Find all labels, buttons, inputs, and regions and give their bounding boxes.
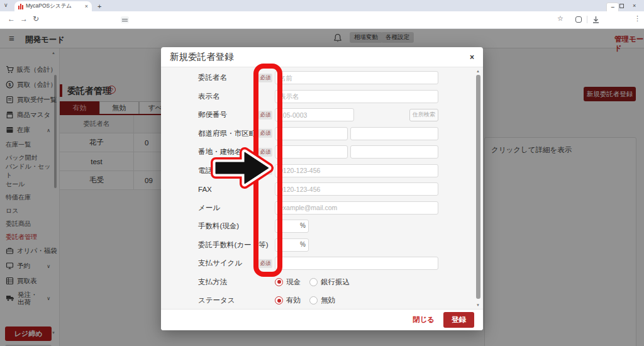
- radio-label-inactive: 無効: [321, 296, 335, 305]
- email-input[interactable]: [275, 201, 438, 215]
- scroll-up-icon[interactable]: ▲: [476, 69, 480, 73]
- city-input[interactable]: [350, 127, 438, 140]
- scrollbar-thumb[interactable]: [476, 75, 480, 299]
- form-row-fee-card: 委託手数料(カード等) %: [198, 236, 438, 255]
- scroll-down-icon[interactable]: ▼: [476, 303, 480, 307]
- percent-suffix: %: [300, 241, 306, 248]
- modal-header: 新規委託者登録 ×: [161, 47, 483, 67]
- radio-label-active: 有効: [286, 296, 301, 305]
- field-label: 都道府県・市区町村: [198, 129, 258, 138]
- reload-icon[interactable]: ↻: [33, 14, 39, 23]
- address-search-button[interactable]: 住所検索: [409, 109, 438, 121]
- form-row-consignor-name: 委託者名 必須: [198, 69, 438, 87]
- form-row-status: ステータス 有効 無効: [198, 291, 438, 309]
- form-row-email: メール: [198, 199, 438, 218]
- modal-close-icon[interactable]: ×: [470, 53, 474, 62]
- field-label: 表示名: [198, 92, 258, 101]
- phone-input[interactable]: [275, 164, 438, 177]
- radio-status-inactive[interactable]: [309, 296, 318, 304]
- field-label: 郵便番号: [198, 110, 258, 120]
- field-label: ステータス: [198, 296, 258, 305]
- field-label: 手数料(現金): [198, 221, 258, 231]
- form-row-fee-cash: 手数料(現金) %: [198, 217, 438, 236]
- tab-groups-icon[interactable]: [575, 16, 582, 23]
- site-settings-icon[interactable]: [121, 16, 129, 23]
- form-row-payment-method: 支払方法 現金 銀行振込: [198, 273, 438, 292]
- browser-menu-icon[interactable]: ⋮: [634, 14, 641, 23]
- radio-label-cash: 現金: [286, 277, 301, 287]
- fax-input[interactable]: [275, 182, 438, 196]
- download-icon[interactable]: [592, 16, 600, 26]
- tab-close-icon[interactable]: ×: [85, 3, 88, 9]
- consignor-name-input[interactable]: [275, 71, 438, 84]
- field-label: メール: [198, 203, 258, 213]
- toolbar-divider: [587, 16, 587, 23]
- submit-button[interactable]: 登録: [443, 312, 474, 328]
- window-maximize-icon[interactable]: [619, 4, 624, 8]
- percent-suffix: %: [300, 222, 306, 229]
- modal-title: 新規委託者登録: [170, 51, 234, 63]
- postal-code-input[interactable]: [275, 108, 354, 121]
- back-icon[interactable]: ←: [8, 14, 15, 23]
- street-input[interactable]: [275, 145, 348, 159]
- browser-tab[interactable]: MycaPOSシステム ×: [14, 1, 92, 11]
- field-label: 委託手数料(カード等): [198, 240, 258, 250]
- window-close-icon[interactable]: ×: [633, 3, 636, 9]
- modal-scrollbar[interactable]: ▲ ▼: [476, 69, 480, 307]
- form-row-display-name: 表示名: [198, 87, 438, 106]
- field-label: 支払方法: [198, 277, 258, 287]
- new-tab-icon[interactable]: +: [97, 3, 101, 10]
- tab-title: MycaPOSシステム: [26, 3, 82, 10]
- browser-toolbar: ← → ↻ ☆ ⋮: [0, 11, 644, 29]
- site-favicon-icon: [18, 4, 23, 9]
- payment-cycle-input[interactable]: [275, 257, 438, 270]
- building-input[interactable]: [350, 145, 438, 159]
- screen: ∨ MycaPOSシステム × + − × ← → ↻ ☆ ⋮ ≡ 開発モード: [0, 0, 644, 346]
- modal-footer: 閉じる 登録: [161, 309, 483, 330]
- form-row-postal-code: 郵便番号 必須 住所検索: [198, 106, 438, 125]
- radio-cash[interactable]: [275, 278, 283, 286]
- radio-label-bank-transfer: 銀行振込: [321, 277, 350, 287]
- prefecture-input[interactable]: [275, 127, 348, 140]
- radio-status-active[interactable]: [275, 296, 283, 304]
- form-row-payment-cycle: 支払サイクル 必須: [198, 254, 438, 273]
- browser-tabstrip: ∨ MycaPOSシステム × + − ×: [0, 0, 644, 11]
- tab-search-icon[interactable]: ∨: [4, 2, 8, 8]
- annotation-arrow-icon: [209, 142, 274, 194]
- display-name-input[interactable]: [275, 90, 438, 103]
- forward-icon[interactable]: →: [20, 14, 28, 23]
- form-row-prefecture-city: 都道府県・市区町村 必須: [198, 125, 438, 143]
- bookmark-star-icon[interactable]: ☆: [557, 14, 564, 23]
- close-button[interactable]: 閉じる: [413, 315, 435, 325]
- radio-bank-transfer[interactable]: [309, 278, 318, 286]
- field-label: 委託者名: [198, 73, 258, 82]
- field-label: 支払サイクル: [198, 259, 258, 268]
